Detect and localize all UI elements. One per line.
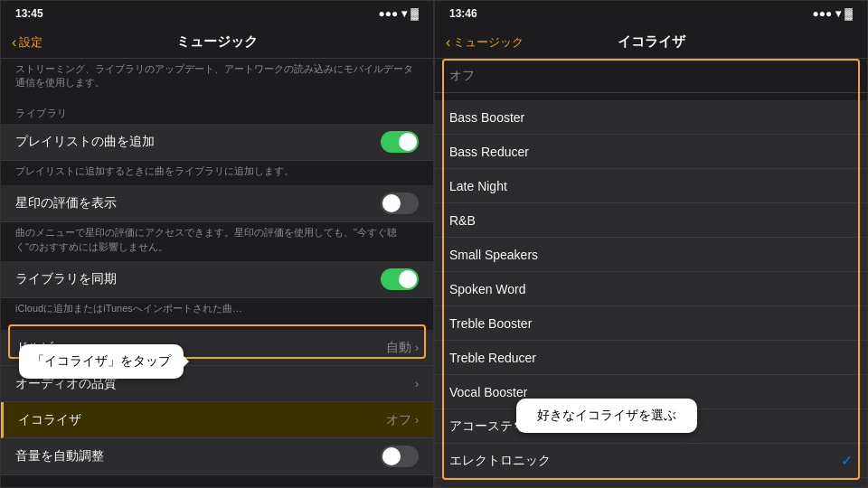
eq-list-item[interactable]: Late Night (435, 169, 867, 203)
eq-item-label: R&B (449, 213, 476, 228)
right-back-button[interactable]: ‹ ミュージック (446, 34, 524, 51)
left-equalizer-chevron-icon: › (415, 414, 419, 427)
eq-item-label: Bass Reducer (449, 145, 529, 159)
right-status-icons: ●●● ▾ ▓ (813, 7, 854, 20)
signal-icon: ●●● (379, 7, 399, 20)
eq-list-item[interactable]: Bass Booster (435, 100, 867, 135)
right-phone: 13:46 ●●● ▾ ▓ ‹ ミュージック イコライザ オフBass Boos… (434, 0, 868, 488)
left-equalizer-label: イコライザ (18, 412, 81, 428)
eq-list-item[interactable]: Small Speakers (435, 238, 867, 272)
eq-list-item[interactable]: クラシック (435, 478, 867, 488)
left-dolby-value: 自動 › (386, 340, 419, 356)
left-time: 13:45 (15, 7, 43, 20)
left-playlist-toggle[interactable] (381, 131, 419, 153)
eq-list-item[interactable]: Bass Reducer (435, 135, 867, 169)
left-row-playlist[interactable]: プレイリストの曲を追加 (1, 124, 433, 161)
eq-item-label: オフ (449, 68, 475, 84)
checkmark-icon: ✓ (841, 452, 853, 469)
left-volume-label: 音量を自動調整 (15, 448, 104, 465)
left-dolby-chevron-icon: › (415, 342, 419, 354)
left-sync-toggle[interactable] (381, 268, 419, 290)
eq-item-label: Spoken Word (449, 282, 526, 296)
left-sync-label: ライブラリを同期 (15, 271, 117, 287)
eq-item-label: Treble Booster (449, 316, 532, 331)
eq-list-item[interactable]: エレクトロニック✓ (435, 444, 867, 478)
right-callout: 好きなイコライザを選ぶ (516, 399, 697, 433)
right-signal-icon: ●●● (813, 7, 833, 20)
left-content: ストリーミング、ライブラリのアップデート、アートワークの読み込みにモバイルデータ… (1, 59, 433, 488)
right-wifi-icon: ▾ (835, 7, 841, 20)
eq-list-item[interactable]: R&B (435, 203, 867, 238)
eq-item-label: Vocal Booster (449, 385, 527, 399)
battery-icon: ▓ (410, 7, 419, 20)
left-nav-bar: ‹ 設定 ミュージック (1, 26, 433, 59)
left-row-stars[interactable]: 星印の評価を表示 (1, 185, 433, 222)
right-time: 13:46 (449, 7, 477, 20)
left-status-bar: 13:45 ●●● ▾ ▓ (1, 1, 433, 26)
eq-item-label: Small Speakers (449, 248, 538, 262)
wifi-icon: ▾ (401, 7, 407, 20)
left-back-button[interactable]: ‹ 設定 (12, 34, 42, 51)
left-stars-desc: 曲のメニューで星印の評価にアクセスできます。星印の評価を使用しても、"今すぐ聴く… (1, 222, 433, 261)
left-equalizer-value: オフ › (386, 412, 419, 428)
left-stars-label: 星印の評価を表示 (15, 195, 117, 211)
eq-list-item[interactable]: オフ (435, 59, 867, 93)
left-nav-title: ミュージック (176, 33, 258, 51)
left-callout: 「イコライザ」をタップ (19, 344, 184, 379)
left-audio-chevron-icon: › (415, 378, 419, 390)
left-playlist-desc: プレイリストに追加するときに曲をライブラリに追加します。 (1, 161, 433, 185)
eq-list-item[interactable]: Treble Reducer (435, 341, 867, 375)
left-status-icons: ●●● ▾ ▓ (379, 7, 420, 20)
eq-item-label: Late Night (449, 179, 507, 193)
right-nav-bar: ‹ ミュージック イコライザ (435, 26, 867, 59)
right-nav-title: イコライザ (618, 33, 685, 51)
right-status-bar: 13:46 ●●● ▾ ▓ (435, 1, 867, 26)
left-description1: ストリーミング、ライブラリのアップデート、アートワークの読み込みにモバイルデータ… (1, 59, 433, 98)
eq-item-label: Bass Booster (449, 110, 524, 125)
left-audio-value: › (415, 378, 419, 390)
left-playlist-label: プレイリストの曲を追加 (15, 134, 155, 150)
left-row-volume[interactable]: 音量を自動調整 (1, 438, 433, 475)
eq-item-label: Treble Reducer (449, 351, 536, 365)
left-stars-toggle[interactable] (381, 192, 419, 214)
left-phone: 13:45 ●●● ▾ ▓ ‹ 設定 ミュージック ストリーミング、ライブラリの… (0, 0, 434, 488)
left-section-library: ライブラリ (1, 98, 433, 124)
right-back-chevron-icon: ‹ (446, 34, 450, 51)
left-row-equalizer[interactable]: イコライザ オフ › (1, 402, 433, 438)
left-sync-desc: iCloudに追加またはiTunesへインポートされた曲… (1, 298, 433, 323)
eq-divider (435, 93, 867, 100)
eq-list-item[interactable]: Treble Booster (435, 306, 867, 341)
eq-list-item[interactable]: Spoken Word (435, 272, 867, 306)
right-back-label: ミュージック (453, 34, 524, 51)
eq-item-label: エレクトロニック (449, 453, 551, 469)
left-volume-toggle[interactable] (381, 446, 419, 467)
left-section-download: ダウンロード (1, 483, 433, 488)
left-back-label: 設定 (19, 34, 42, 51)
left-back-chevron-icon: ‹ (12, 34, 16, 51)
left-row-sync[interactable]: ライブラリを同期 (1, 261, 433, 298)
right-battery-icon: ▓ (844, 7, 853, 20)
